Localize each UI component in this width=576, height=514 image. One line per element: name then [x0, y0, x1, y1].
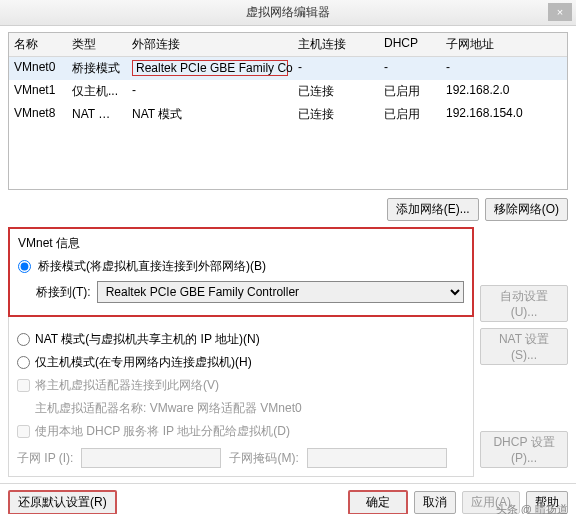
nat-radio-row[interactable]: NAT 模式(与虚拟机共享主机的 IP 地址)(N) — [17, 331, 465, 348]
cell-type: 仅主机... — [67, 80, 127, 103]
hostonly-radio-row[interactable]: 仅主机模式(在专用网络内连接虚拟机)(H) — [17, 354, 465, 371]
mode-options: NAT 模式(与虚拟机共享主机的 IP 地址)(N) 仅主机模式(在专用网络内连… — [8, 317, 474, 477]
connect-host-checkbox — [17, 379, 30, 392]
cell-name: VMnet1 — [9, 80, 67, 103]
host-adapter-name: 主机虚拟适配器名称: VMware 网络适配器 VMnet0 — [35, 400, 302, 417]
subnet-ip-label: 子网 IP (I): — [17, 450, 73, 467]
cell-ext: Realtek PCIe GBE Family Co...▾ — [127, 57, 293, 80]
cell-type: 桥接模式 — [67, 57, 127, 80]
cell-type: NAT 模式 — [67, 103, 127, 126]
use-dhcp-checkbox — [17, 425, 30, 438]
network-table: 名称 类型 外部连接 主机连接 DHCP 子网地址 VMnet0 桥接模式 Re… — [8, 32, 568, 190]
col-name[interactable]: 名称 — [9, 33, 67, 56]
cell-dhcp: - — [379, 57, 441, 80]
cell-dhcp: 已启用 — [379, 80, 441, 103]
col-type[interactable]: 类型 — [67, 33, 127, 56]
ok-button[interactable]: 确定 — [348, 490, 408, 514]
dhcp-settings-button: DHCP 设置(P)... — [480, 431, 568, 468]
col-host[interactable]: 主机连接 — [293, 33, 379, 56]
table-body: VMnet0 桥接模式 Realtek PCIe GBE Family Co..… — [9, 57, 567, 189]
bridge-radio[interactable] — [18, 260, 31, 273]
group-legend: VMnet 信息 — [18, 235, 464, 252]
nat-label: NAT 模式(与虚拟机共享主机的 IP 地址)(N) — [35, 331, 260, 348]
cell-subnet: 192.168.2.0 — [441, 80, 567, 103]
cell-host: - — [293, 57, 379, 80]
nat-settings-button: NAT 设置(S)... — [480, 328, 568, 365]
col-ext[interactable]: 外部连接 — [127, 33, 293, 56]
cancel-button[interactable]: 取消 — [414, 491, 456, 514]
bridge-label: 桥接模式(将虚拟机直接连接到外部网络)(B) — [38, 258, 266, 275]
table-row[interactable]: VMnet1 仅主机... - 已连接 已启用 192.168.2.0 — [9, 80, 567, 103]
restore-defaults-button[interactable]: 还原默认设置(R) — [8, 490, 117, 514]
cell-host: 已连接 — [293, 103, 379, 126]
use-dhcp-row: 使用本地 DHCP 服务将 IP 地址分配给虚拟机(D) — [17, 423, 465, 440]
host-adapter-name-row: 主机虚拟适配器名称: VMware 网络适配器 VMnet0 — [35, 400, 465, 417]
cell-name: VMnet0 — [9, 57, 67, 80]
use-dhcp-label: 使用本地 DHCP 服务将 IP 地址分配给虚拟机(D) — [35, 423, 290, 440]
cell-subnet: 192.168.154.0 — [441, 103, 567, 126]
hostonly-label: 仅主机模式(在专用网络内连接虚拟机)(H) — [35, 354, 252, 371]
window-title: 虚拟网络编辑器 — [246, 4, 330, 21]
bridge-radio-row[interactable]: 桥接模式(将虚拟机直接连接到外部网络)(B) — [18, 258, 464, 275]
close-button[interactable]: × — [548, 3, 572, 21]
cell-ext: NAT 模式 — [127, 103, 293, 126]
nat-radio[interactable] — [17, 333, 30, 346]
subnet-ip-input — [81, 448, 221, 468]
bridge-to-label: 桥接到(T): — [36, 284, 91, 301]
col-subnet[interactable]: 子网地址 — [441, 33, 567, 56]
connect-host-row: 将主机虚拟适配器连接到此网络(V) — [17, 377, 465, 394]
cell-dhcp: 已启用 — [379, 103, 441, 126]
table-header: 名称 类型 外部连接 主机连接 DHCP 子网地址 — [9, 33, 567, 57]
titlebar: 虚拟网络编辑器 × — [0, 0, 576, 26]
add-network-button[interactable]: 添加网络(E)... — [387, 198, 479, 221]
cell-subnet: - — [441, 57, 567, 80]
auto-settings-button: 自动设置(U)... — [480, 285, 568, 322]
table-row[interactable]: VMnet8 NAT 模式 NAT 模式 已连接 已启用 192.168.154… — [9, 103, 567, 126]
cell-ext: - — [127, 80, 293, 103]
table-row[interactable]: VMnet0 桥接模式 Realtek PCIe GBE Family Co..… — [9, 57, 567, 80]
subnet-mask-input — [307, 448, 447, 468]
footer: 还原默认设置(R) 确定 取消 应用(A) 帮助 头条 @ 晴扬道 — [0, 483, 576, 514]
remove-network-button[interactable]: 移除网络(O) — [485, 198, 568, 221]
watermark: 头条 @ 晴扬道 — [496, 502, 568, 514]
cell-host: 已连接 — [293, 80, 379, 103]
vmnet-info-group: VMnet 信息 桥接模式(将虚拟机直接连接到外部网络)(B) 桥接到(T): … — [8, 227, 474, 317]
connect-host-label: 将主机虚拟适配器连接到此网络(V) — [35, 377, 219, 394]
hostonly-radio[interactable] — [17, 356, 30, 369]
cell-name: VMnet8 — [9, 103, 67, 126]
close-icon: × — [557, 6, 563, 18]
col-dhcp[interactable]: DHCP — [379, 33, 441, 56]
ip-row: 子网 IP (I): 子网掩码(M): — [17, 448, 465, 468]
bridge-adapter-select[interactable]: Realtek PCIe GBE Family Controller — [97, 281, 464, 303]
subnet-mask-label: 子网掩码(M): — [229, 450, 298, 467]
